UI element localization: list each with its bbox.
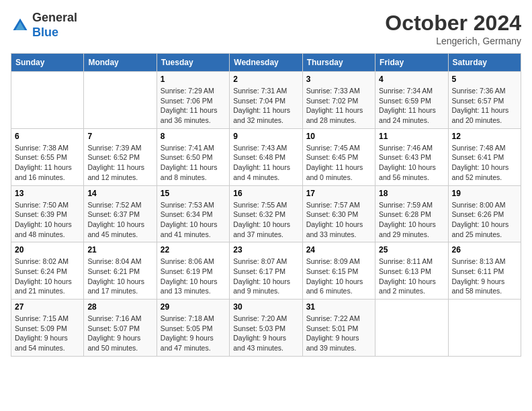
calendar-cell: 3Sunrise: 7:33 AM Sunset: 7:02 PM Daylig… <box>302 72 375 129</box>
day-detail: Sunrise: 7:38 AM Sunset: 6:55 PM Dayligh… <box>15 143 80 183</box>
day-number: 22 <box>161 245 226 255</box>
calendar-cell: 21Sunrise: 8:04 AM Sunset: 6:21 PM Dayli… <box>84 242 157 300</box>
day-detail: Sunrise: 8:09 AM Sunset: 6:15 PM Dayligh… <box>306 257 371 296</box>
calendar-cell: 17Sunrise: 7:57 AM Sunset: 6:30 PM Dayli… <box>302 185 375 242</box>
day-number: 15 <box>161 189 226 198</box>
day-detail: Sunrise: 7:59 AM Sunset: 6:28 PM Dayligh… <box>379 200 444 240</box>
calendar-cell: 24Sunrise: 8:09 AM Sunset: 6:15 PM Dayli… <box>302 242 375 300</box>
day-number: 17 <box>306 189 371 198</box>
calendar-cell: 27Sunrise: 7:15 AM Sunset: 5:09 PM Dayli… <box>11 300 84 357</box>
calendar-cell <box>375 300 448 357</box>
calendar-cell: 30Sunrise: 7:20 AM Sunset: 5:03 PM Dayli… <box>230 300 302 357</box>
day-number: 7 <box>87 132 152 141</box>
day-detail: Sunrise: 7:33 AM Sunset: 7:02 PM Dayligh… <box>306 86 371 126</box>
weekday-header: Thursday <box>302 54 375 72</box>
weekday-header-row: SundayMondayTuesdayWednesdayThursdayFrid… <box>11 54 521 72</box>
weekday-header: Wednesday <box>230 54 302 72</box>
page-header: General Blue October 2024 Lengerich, Ger… <box>11 11 521 46</box>
day-number: 19 <box>452 189 517 198</box>
weekday-header: Tuesday <box>157 54 229 72</box>
calendar-cell: 16Sunrise: 7:55 AM Sunset: 6:32 PM Dayli… <box>230 185 302 242</box>
day-detail: Sunrise: 7:34 AM Sunset: 6:59 PM Dayligh… <box>379 86 444 126</box>
logo-blue: Blue <box>32 26 58 39</box>
day-detail: Sunrise: 7:22 AM Sunset: 5:01 PM Dayligh… <box>306 314 371 353</box>
calendar-cell: 11Sunrise: 7:46 AM Sunset: 6:43 PM Dayli… <box>375 128 448 185</box>
calendar-week-row: 13Sunrise: 7:50 AM Sunset: 6:39 PM Dayli… <box>11 185 521 242</box>
calendar-cell <box>448 300 521 357</box>
day-number: 25 <box>379 245 444 255</box>
day-detail: Sunrise: 7:29 AM Sunset: 7:06 PM Dayligh… <box>161 86 226 126</box>
calendar-week-row: 6Sunrise: 7:38 AM Sunset: 6:55 PM Daylig… <box>11 128 521 185</box>
day-number: 12 <box>452 132 517 141</box>
day-detail: Sunrise: 7:45 AM Sunset: 6:45 PM Dayligh… <box>306 143 371 183</box>
day-number: 11 <box>379 132 444 141</box>
calendar-week-row: 1Sunrise: 7:29 AM Sunset: 7:06 PM Daylig… <box>11 72 521 129</box>
day-detail: Sunrise: 7:18 AM Sunset: 5:05 PM Dayligh… <box>161 314 226 353</box>
day-detail: Sunrise: 7:55 AM Sunset: 6:32 PM Dayligh… <box>233 200 298 240</box>
day-number: 1 <box>161 75 226 84</box>
day-detail: Sunrise: 7:57 AM Sunset: 6:30 PM Dayligh… <box>306 200 371 240</box>
day-number: 16 <box>233 189 298 198</box>
calendar-cell: 31Sunrise: 7:22 AM Sunset: 5:01 PM Dayli… <box>302 300 375 357</box>
calendar-cell: 2Sunrise: 7:31 AM Sunset: 7:04 PM Daylig… <box>230 72 302 129</box>
day-detail: Sunrise: 8:02 AM Sunset: 6:24 PM Dayligh… <box>15 257 80 296</box>
weekday-header: Saturday <box>448 54 521 72</box>
calendar-cell: 8Sunrise: 7:41 AM Sunset: 6:50 PM Daylig… <box>157 128 229 185</box>
weekday-header: Friday <box>375 54 448 72</box>
day-detail: Sunrise: 8:07 AM Sunset: 6:17 PM Dayligh… <box>233 257 298 296</box>
day-number: 26 <box>452 245 517 255</box>
day-number: 13 <box>15 189 80 198</box>
location: Lengerich, Germany <box>385 36 521 46</box>
day-number: 30 <box>233 302 298 312</box>
title-block: October 2024 Lengerich, Germany <box>385 11 521 46</box>
calendar-cell: 14Sunrise: 7:52 AM Sunset: 6:37 PM Dayli… <box>84 185 157 242</box>
day-number: 18 <box>379 189 444 198</box>
calendar-cell: 12Sunrise: 7:48 AM Sunset: 6:41 PM Dayli… <box>448 128 521 185</box>
calendar-cell: 26Sunrise: 8:13 AM Sunset: 6:11 PM Dayli… <box>448 242 521 300</box>
calendar-week-row: 27Sunrise: 7:15 AM Sunset: 5:09 PM Dayli… <box>11 300 521 357</box>
day-number: 28 <box>87 302 152 312</box>
weekday-header: Monday <box>84 54 157 72</box>
calendar-cell: 19Sunrise: 8:00 AM Sunset: 6:26 PM Dayli… <box>448 185 521 242</box>
logo-general: General <box>32 11 77 24</box>
weekday-header: Sunday <box>11 54 84 72</box>
day-number: 8 <box>161 132 226 141</box>
day-detail: Sunrise: 7:50 AM Sunset: 6:39 PM Dayligh… <box>15 200 80 240</box>
calendar-cell: 29Sunrise: 7:18 AM Sunset: 5:05 PM Dayli… <box>157 300 229 357</box>
calendar-cell: 5Sunrise: 7:36 AM Sunset: 6:57 PM Daylig… <box>448 72 521 129</box>
calendar-cell: 22Sunrise: 8:06 AM Sunset: 6:19 PM Dayli… <box>157 242 229 300</box>
calendar-cell: 6Sunrise: 7:38 AM Sunset: 6:55 PM Daylig… <box>11 128 84 185</box>
calendar-cell: 23Sunrise: 8:07 AM Sunset: 6:17 PM Dayli… <box>230 242 302 300</box>
day-detail: Sunrise: 7:16 AM Sunset: 5:07 PM Dayligh… <box>87 314 152 353</box>
day-number: 9 <box>233 132 298 141</box>
day-detail: Sunrise: 7:39 AM Sunset: 6:52 PM Dayligh… <box>87 143 152 183</box>
day-number: 10 <box>306 132 371 141</box>
day-number: 31 <box>306 302 371 312</box>
calendar-cell <box>84 72 157 129</box>
day-detail: Sunrise: 7:52 AM Sunset: 6:37 PM Dayligh… <box>87 200 152 240</box>
day-detail: Sunrise: 8:06 AM Sunset: 6:19 PM Dayligh… <box>161 257 226 296</box>
day-detail: Sunrise: 7:36 AM Sunset: 6:57 PM Dayligh… <box>452 86 517 126</box>
calendar-cell <box>11 72 84 129</box>
day-number: 5 <box>452 75 517 84</box>
day-number: 6 <box>15 132 80 141</box>
day-number: 24 <box>306 245 371 255</box>
day-number: 3 <box>306 75 371 84</box>
day-detail: Sunrise: 7:15 AM Sunset: 5:09 PM Dayligh… <box>15 314 80 353</box>
calendar-cell: 1Sunrise: 7:29 AM Sunset: 7:06 PM Daylig… <box>157 72 229 129</box>
calendar-cell: 13Sunrise: 7:50 AM Sunset: 6:39 PM Dayli… <box>11 185 84 242</box>
day-number: 4 <box>379 75 444 84</box>
day-detail: Sunrise: 7:48 AM Sunset: 6:41 PM Dayligh… <box>452 143 517 183</box>
day-number: 23 <box>233 245 298 255</box>
day-number: 27 <box>15 302 80 312</box>
logo-icon <box>11 16 30 35</box>
day-detail: Sunrise: 7:46 AM Sunset: 6:43 PM Dayligh… <box>379 143 444 183</box>
day-number: 2 <box>233 75 298 84</box>
calendar-cell: 10Sunrise: 7:45 AM Sunset: 6:45 PM Dayli… <box>302 128 375 185</box>
day-detail: Sunrise: 7:53 AM Sunset: 6:34 PM Dayligh… <box>161 200 226 240</box>
day-detail: Sunrise: 8:04 AM Sunset: 6:21 PM Dayligh… <box>87 257 152 296</box>
calendar-cell: 4Sunrise: 7:34 AM Sunset: 6:59 PM Daylig… <box>375 72 448 129</box>
calendar-cell: 28Sunrise: 7:16 AM Sunset: 5:07 PM Dayli… <box>84 300 157 357</box>
calendar-table: SundayMondayTuesdayWednesdayThursdayFrid… <box>11 53 521 357</box>
day-detail: Sunrise: 7:20 AM Sunset: 5:03 PM Dayligh… <box>233 314 298 353</box>
